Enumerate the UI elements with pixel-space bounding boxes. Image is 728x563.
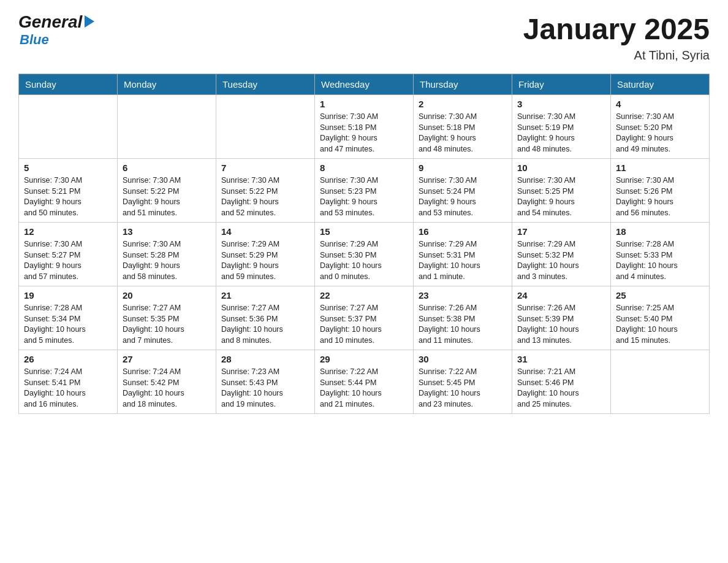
day-info: Sunrise: 7:29 AMSunset: 5:32 PMDaylight:… <box>517 239 605 282</box>
day-number: 25 <box>616 290 704 301</box>
calendar-cell: 25Sunrise: 7:25 AMSunset: 5:40 PMDayligh… <box>611 286 710 350</box>
day-info: Sunrise: 7:30 AMSunset: 5:20 PMDaylight:… <box>616 112 704 155</box>
day-info: Sunrise: 7:22 AMSunset: 5:44 PMDaylight:… <box>320 367 408 410</box>
calendar-cell <box>19 95 118 159</box>
calendar-cell: 23Sunrise: 7:26 AMSunset: 5:38 PMDayligh… <box>414 286 512 350</box>
calendar-cell: 22Sunrise: 7:27 AMSunset: 5:37 PMDayligh… <box>315 286 414 350</box>
calendar-cell <box>611 350 710 414</box>
calendar-week-2: 5Sunrise: 7:30 AMSunset: 5:21 PMDaylight… <box>19 159 710 223</box>
calendar-cell: 9Sunrise: 7:30 AMSunset: 5:24 PMDaylight… <box>414 159 512 223</box>
calendar-week-4: 19Sunrise: 7:28 AMSunset: 5:34 PMDayligh… <box>19 286 710 350</box>
day-info: Sunrise: 7:26 AMSunset: 5:38 PMDaylight:… <box>419 303 507 346</box>
day-info: Sunrise: 7:27 AMSunset: 5:37 PMDaylight:… <box>320 303 408 346</box>
day-info: Sunrise: 7:27 AMSunset: 5:36 PMDaylight:… <box>221 303 309 346</box>
calendar-cell: 8Sunrise: 7:30 AMSunset: 5:23 PMDaylight… <box>315 159 414 223</box>
calendar-header: SundayMondayTuesdayWednesdayThursdayFrid… <box>19 74 710 95</box>
calendar-cell: 24Sunrise: 7:26 AMSunset: 5:39 PMDayligh… <box>512 286 611 350</box>
day-number: 23 <box>419 290 507 301</box>
page-subtitle: At Tibni, Syria <box>523 48 710 63</box>
day-number: 17 <box>517 226 605 237</box>
calendar-week-3: 12Sunrise: 7:30 AMSunset: 5:27 PMDayligh… <box>19 223 710 286</box>
calendar-cell: 4Sunrise: 7:30 AMSunset: 5:20 PMDaylight… <box>611 95 710 159</box>
logo-general-text: General <box>18 12 82 32</box>
day-info: Sunrise: 7:29 AMSunset: 5:30 PMDaylight:… <box>320 239 408 282</box>
day-info: Sunrise: 7:30 AMSunset: 5:27 PMDaylight:… <box>24 239 112 282</box>
calendar-cell: 31Sunrise: 7:21 AMSunset: 5:46 PMDayligh… <box>512 350 611 414</box>
day-info: Sunrise: 7:30 AMSunset: 5:18 PMDaylight:… <box>320 112 408 155</box>
calendar-cell: 14Sunrise: 7:29 AMSunset: 5:29 PMDayligh… <box>216 223 315 286</box>
day-info: Sunrise: 7:30 AMSunset: 5:22 PMDaylight:… <box>123 175 211 218</box>
column-header-sunday: Sunday <box>19 74 118 95</box>
day-number: 14 <box>221 226 309 237</box>
day-number: 16 <box>419 226 507 237</box>
day-number: 27 <box>123 354 211 364</box>
calendar-cell <box>118 95 216 159</box>
day-number: 5 <box>24 163 112 173</box>
calendar-body: 1Sunrise: 7:30 AMSunset: 5:18 PMDaylight… <box>19 95 710 414</box>
day-number: 19 <box>24 290 112 301</box>
logo-arrow-icon <box>85 15 94 28</box>
day-info: Sunrise: 7:27 AMSunset: 5:35 PMDaylight:… <box>123 303 211 346</box>
column-header-tuesday: Tuesday <box>216 74 315 95</box>
calendar-week-1: 1Sunrise: 7:30 AMSunset: 5:18 PMDaylight… <box>19 95 710 159</box>
day-info: Sunrise: 7:28 AMSunset: 5:33 PMDaylight:… <box>616 239 704 282</box>
day-number: 28 <box>221 354 309 364</box>
calendar-cell: 18Sunrise: 7:28 AMSunset: 5:33 PMDayligh… <box>611 223 710 286</box>
day-info: Sunrise: 7:30 AMSunset: 5:23 PMDaylight:… <box>320 175 408 218</box>
column-header-saturday: Saturday <box>611 74 710 95</box>
day-number: 12 <box>24 226 112 237</box>
day-number: 4 <box>616 99 704 109</box>
day-info: Sunrise: 7:30 AMSunset: 5:25 PMDaylight:… <box>517 175 605 218</box>
calendar-cell: 27Sunrise: 7:24 AMSunset: 5:42 PMDayligh… <box>118 350 216 414</box>
day-number: 9 <box>419 163 507 173</box>
calendar-cell: 13Sunrise: 7:30 AMSunset: 5:28 PMDayligh… <box>118 223 216 286</box>
day-number: 30 <box>419 354 507 364</box>
day-info: Sunrise: 7:30 AMSunset: 5:24 PMDaylight:… <box>419 175 507 218</box>
calendar-cell: 29Sunrise: 7:22 AMSunset: 5:44 PMDayligh… <box>315 350 414 414</box>
calendar-cell: 10Sunrise: 7:30 AMSunset: 5:25 PMDayligh… <box>512 159 611 223</box>
calendar-cell: 6Sunrise: 7:30 AMSunset: 5:22 PMDaylight… <box>118 159 216 223</box>
day-info: Sunrise: 7:22 AMSunset: 5:45 PMDaylight:… <box>419 367 507 410</box>
calendar-cell: 2Sunrise: 7:30 AMSunset: 5:18 PMDaylight… <box>414 95 512 159</box>
logo: General Blue <box>18 12 94 48</box>
calendar-cell <box>216 95 315 159</box>
calendar-cell: 3Sunrise: 7:30 AMSunset: 5:19 PMDaylight… <box>512 95 611 159</box>
day-info: Sunrise: 7:21 AMSunset: 5:46 PMDaylight:… <box>517 367 605 410</box>
day-number: 8 <box>320 163 408 173</box>
day-info: Sunrise: 7:23 AMSunset: 5:43 PMDaylight:… <box>221 367 309 410</box>
day-info: Sunrise: 7:30 AMSunset: 5:28 PMDaylight:… <box>123 239 211 282</box>
calendar-cell: 11Sunrise: 7:30 AMSunset: 5:26 PMDayligh… <box>611 159 710 223</box>
calendar-cell: 16Sunrise: 7:29 AMSunset: 5:31 PMDayligh… <box>414 223 512 286</box>
day-number: 20 <box>123 290 211 301</box>
day-info: Sunrise: 7:26 AMSunset: 5:39 PMDaylight:… <box>517 303 605 346</box>
day-info: Sunrise: 7:25 AMSunset: 5:40 PMDaylight:… <box>616 303 704 346</box>
day-number: 2 <box>419 99 507 109</box>
day-info: Sunrise: 7:24 AMSunset: 5:41 PMDaylight:… <box>24 367 112 410</box>
day-number: 3 <box>517 99 605 109</box>
calendar-cell: 19Sunrise: 7:28 AMSunset: 5:34 PMDayligh… <box>19 286 118 350</box>
day-number: 1 <box>320 99 408 109</box>
day-info: Sunrise: 7:30 AMSunset: 5:22 PMDaylight:… <box>221 175 309 218</box>
day-info: Sunrise: 7:29 AMSunset: 5:29 PMDaylight:… <box>221 239 309 282</box>
calendar-cell: 21Sunrise: 7:27 AMSunset: 5:36 PMDayligh… <box>216 286 315 350</box>
day-info: Sunrise: 7:30 AMSunset: 5:18 PMDaylight:… <box>419 112 507 155</box>
day-info: Sunrise: 7:24 AMSunset: 5:42 PMDaylight:… <box>123 367 211 410</box>
day-info: Sunrise: 7:28 AMSunset: 5:34 PMDaylight:… <box>24 303 112 346</box>
logo-blue-text: Blue <box>20 32 94 48</box>
calendar-cell: 1Sunrise: 7:30 AMSunset: 5:18 PMDaylight… <box>315 95 414 159</box>
day-number: 10 <box>517 163 605 173</box>
calendar-cell: 26Sunrise: 7:24 AMSunset: 5:41 PMDayligh… <box>19 350 118 414</box>
day-info: Sunrise: 7:29 AMSunset: 5:31 PMDaylight:… <box>419 239 507 282</box>
calendar-cell: 15Sunrise: 7:29 AMSunset: 5:30 PMDayligh… <box>315 223 414 286</box>
calendar-week-5: 26Sunrise: 7:24 AMSunset: 5:41 PMDayligh… <box>19 350 710 414</box>
day-info: Sunrise: 7:30 AMSunset: 5:21 PMDaylight:… <box>24 175 112 218</box>
calendar-cell: 20Sunrise: 7:27 AMSunset: 5:35 PMDayligh… <box>118 286 216 350</box>
column-header-monday: Monday <box>118 74 216 95</box>
day-number: 18 <box>616 226 704 237</box>
column-header-thursday: Thursday <box>414 74 512 95</box>
column-header-friday: Friday <box>512 74 611 95</box>
day-number: 21 <box>221 290 309 301</box>
header: General Blue January 2025 At Tibni, Syri… <box>18 12 710 63</box>
title-area: January 2025 At Tibni, Syria <box>523 12 710 63</box>
page-title: January 2025 <box>523 12 710 46</box>
